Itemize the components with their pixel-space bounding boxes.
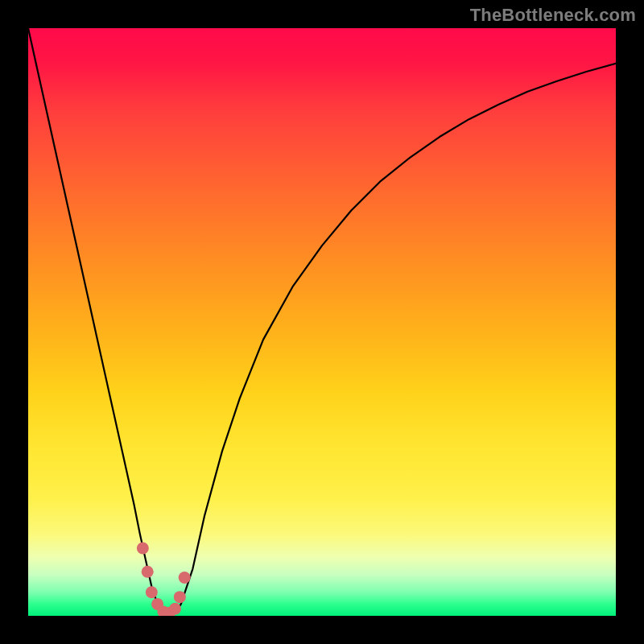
curve-marker: [174, 591, 186, 603]
bottleneck-curve: [28, 28, 616, 616]
curve-marker: [137, 543, 149, 555]
watermark-text: TheBottleneck.com: [470, 5, 636, 26]
plot-area: [28, 28, 616, 616]
chart-svg: [28, 28, 616, 616]
chart-frame: TheBottleneck.com: [0, 0, 644, 644]
curve-marker: [146, 586, 158, 598]
curve-marker: [169, 603, 181, 615]
curve-marker: [142, 566, 154, 578]
curve-marker: [179, 572, 191, 584]
curve-markers: [137, 543, 191, 616]
